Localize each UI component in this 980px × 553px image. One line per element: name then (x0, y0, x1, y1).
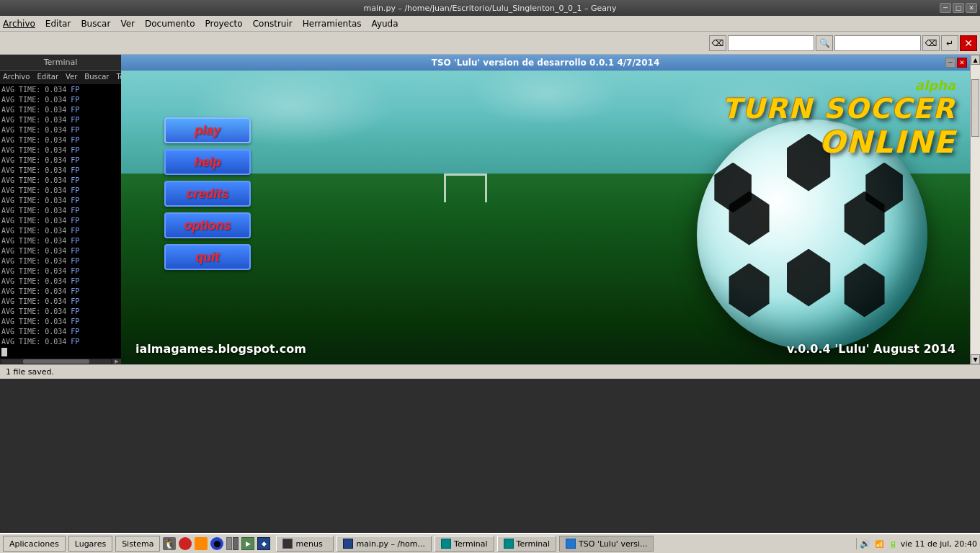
replace-backspace-btn[interactable]: ⌫ (922, 35, 940, 51)
taskbar-icon-penguin: 🐧 (163, 537, 176, 550)
minimize-btn[interactable]: ─ (940, 3, 951, 13)
term-menu-editar[interactable]: Editar (37, 73, 58, 81)
taskbar-task-mainpy[interactable]: main.py – /hom... (337, 536, 432, 552)
speaker-icon[interactable]: 🔊 (860, 538, 871, 549)
quit-button[interactable]: quit (164, 244, 251, 270)
taskbar-icon-green: ▶ (241, 537, 254, 550)
replace-arrow-btn[interactable]: ↵ (941, 35, 958, 51)
ball-patch (841, 264, 888, 318)
taskbar-icon-sm2 (233, 537, 239, 550)
terminal-line: AVG TIME: 0.034 FP (1, 236, 120, 246)
toolbar-search-area: ⌫ 🔍 ⌫ ↵ ✕ (709, 35, 977, 51)
play-button[interactable]: play (164, 117, 251, 143)
options-button[interactable]: options (164, 212, 251, 238)
tso-task-icon (566, 539, 576, 549)
alpha-label: alpha (722, 78, 956, 93)
taskbar-task-terminal1[interactable]: Terminal (435, 536, 494, 552)
terminal-line: AVG TIME: 0.034 FP (1, 85, 120, 95)
scrollbar-track[interactable] (971, 65, 980, 354)
term-menu-buscar[interactable]: Buscar (84, 73, 109, 81)
term-menu-ver[interactable]: Ver (66, 73, 77, 81)
geany-titlebar-buttons: ─ □ ✕ (940, 3, 977, 13)
status-bar: 1 file saved. (0, 364, 980, 379)
system-time: vie 11 de jul, 20:40 (901, 539, 977, 549)
terminal-line: AVG TIME: 0.034 FP (1, 256, 120, 266)
taskbar-icon-chrome: ● (210, 537, 223, 550)
scroll-right-btn[interactable]: ▶ (112, 359, 121, 364)
taskbar-task-terminal2[interactable]: Terminal (497, 536, 557, 552)
mainpy-task-icon (343, 539, 353, 549)
terminal-line: AVG TIME: 0.034 FP (1, 135, 120, 145)
menus-task-label: menus (295, 539, 322, 549)
terminal-line: AVG TIME: 0.034 FP (1, 266, 120, 276)
game-minimize-btn[interactable]: ─ (945, 58, 956, 68)
scroll-down-btn[interactable]: ▼ (971, 354, 980, 364)
terminal-line: AVG TIME: 0.034 FP (1, 176, 120, 186)
geany-content: Terminal Archivo Editar Ver Buscar Termi… (0, 55, 980, 364)
term2-task-label: Terminal (517, 539, 551, 549)
search-input[interactable] (728, 35, 814, 51)
lugares-label: Lugares (75, 539, 106, 549)
menu-buttons: play help credits options quit (164, 117, 251, 270)
taskbar-icon-red (179, 537, 192, 550)
game-wrapper: TSO 'Lulu' version de desarrollo 0.0.1 4… (121, 55, 970, 364)
menu-construir[interactable]: Construir (253, 19, 293, 29)
taskbar-icon-group (226, 537, 239, 550)
terminal-line: AVG TIME: 0.034 FP (1, 216, 120, 226)
terminal-menubar: Archivo Editar Ver Buscar Terminal Ayuda (0, 71, 121, 84)
close-search-btn[interactable]: ✕ (960, 35, 977, 51)
taskbar-start-area: Aplicaciones Lugares Sistema 🐧 ● ▶ ◆ (3, 536, 270, 552)
aplicaciones-menu[interactable]: Aplicaciones (3, 536, 66, 552)
battery-icon: 🔋 (887, 538, 899, 549)
menu-editar[interactable]: Editar (45, 19, 71, 29)
game-close-btn[interactable]: ✕ (957, 58, 967, 68)
terminal-line: AVG TIME: 0.034 FP (1, 297, 120, 307)
taskbar-task-tso[interactable]: TSO 'Lulu' versi... (559, 536, 654, 552)
help-button[interactable]: help (164, 149, 251, 175)
menu-ayuda[interactable]: Ayuda (372, 19, 398, 29)
menu-herramientas[interactable]: Herramientas (303, 19, 362, 29)
terminal-scroll-thumb[interactable] (23, 359, 89, 364)
scroll-up-btn[interactable]: ▲ (971, 55, 980, 65)
terminal-line: AVG TIME: 0.034 FP (1, 115, 120, 125)
goal-post (444, 174, 487, 202)
terminal-scrollbar[interactable]: ▶ (0, 359, 121, 364)
terminal-line: AVG TIME: 0.034 FP (1, 105, 120, 115)
menu-proyecto[interactable]: Proyecto (205, 19, 242, 29)
menu-ver[interactable]: Ver (120, 19, 135, 29)
geany-menubar: Archivo Editar Buscar Ver Documento Proy… (0, 16, 980, 32)
maximize-btn[interactable]: □ (953, 3, 964, 13)
ball-patch (726, 264, 772, 318)
geany-toolbar: ⌫ 🔍 ⌫ ↵ ✕ (0, 32, 980, 55)
menu-buscar[interactable]: Buscar (81, 19, 110, 29)
terminal-line: AVG TIME: 0.034 FP (1, 226, 120, 236)
terminal-line: AVG TIME: 0.034 FP (1, 287, 120, 297)
terminal-line: AVG TIME: 0.034 FP (1, 166, 120, 176)
ball-patch (783, 249, 834, 307)
term-menu-archivo[interactable]: Archivo (3, 73, 30, 81)
turn-soccer-text: TURN SOCCER (722, 94, 956, 125)
terminal-titlebar: Terminal (0, 55, 121, 71)
scrollbar-thumb[interactable] (971, 79, 979, 137)
right-scrollbar[interactable]: ▲ ▼ (970, 55, 980, 364)
terminal-line: AVG TIME: 0.034 FP (1, 125, 120, 135)
menu-documento[interactable]: Documento (145, 19, 195, 29)
geany-title: main.py – /home/juan/Escritorio/Lulu_Sin… (363, 4, 616, 13)
taskbar-task-menus[interactable]: menus (276, 536, 334, 552)
terminal-line: AVG TIME: 0.034 FP (1, 186, 120, 196)
terminal-cursor-line (1, 347, 120, 357)
terminal-line: AVG TIME: 0.034 FP (1, 276, 120, 287)
credits-button[interactable]: credits (164, 181, 251, 207)
replace-input[interactable] (834, 35, 921, 51)
menu-archivo[interactable]: Archivo (3, 19, 35, 29)
game-logo: alpha TURN SOCCER ONLINE (722, 78, 956, 160)
close-btn[interactable]: ✕ (966, 3, 977, 13)
terminal-scroll-track[interactable] (1, 359, 111, 364)
terminal-line: AVG TIME: 0.034 FP (1, 327, 120, 337)
game-titlebar: TSO 'Lulu' version de desarrollo 0.0.1 4… (121, 55, 970, 71)
sistema-menu[interactable]: Sistema (115, 536, 160, 552)
backspace-btn[interactable]: ⌫ (709, 35, 726, 51)
term1-task-icon (441, 539, 451, 549)
lugares-menu[interactable]: Lugares (68, 536, 112, 552)
search-btn[interactable]: 🔍 (816, 35, 833, 51)
